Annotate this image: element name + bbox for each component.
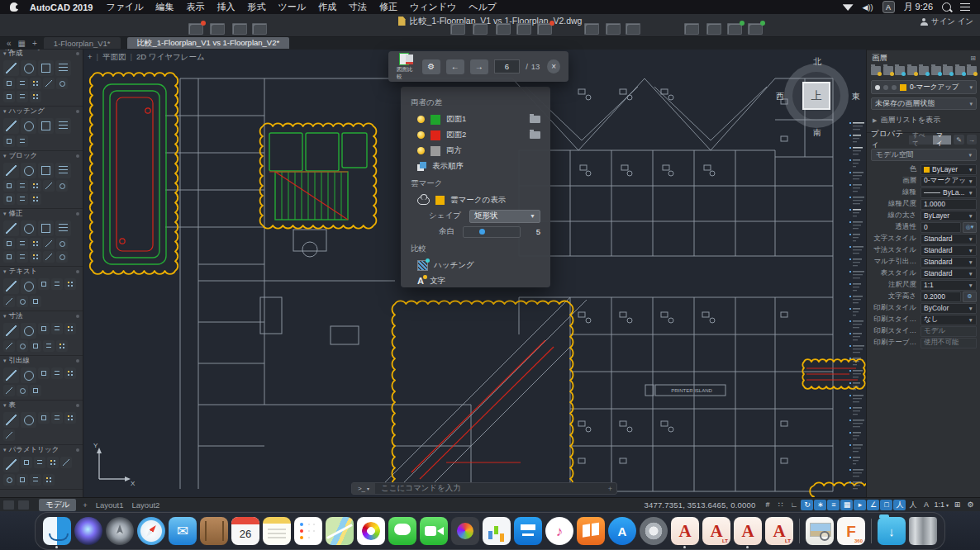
new-tab-icon[interactable]: +: [32, 39, 37, 48]
tool-icon[interactable]: [21, 60, 36, 76]
tool-icon[interactable]: [51, 367, 63, 379]
viewcube-top-face[interactable]: 上: [802, 82, 830, 110]
tool-icon[interactable]: [51, 278, 63, 290]
drawing2-row[interactable]: 図面2: [411, 127, 540, 143]
open-layers-panel-icon[interactable]: ⊞: [970, 55, 976, 62]
text-height-options-button[interactable]: ⚙: [963, 292, 977, 302]
tool-icon[interactable]: [30, 91, 41, 102]
section-header[interactable]: ▾ブロック: [0, 151, 83, 161]
tool-icon[interactable]: [17, 193, 28, 205]
tool-icon[interactable]: [17, 296, 28, 307]
tool-icon[interactable]: [64, 278, 76, 290]
tool-icon[interactable]: [55, 118, 71, 134]
tool-icon[interactable]: [38, 278, 50, 290]
tool-icon[interactable]: [21, 457, 32, 468]
layer-tool-icon-3[interactable]: [907, 66, 917, 75]
tool-icon[interactable]: [3, 78, 15, 89]
input-method-icon[interactable]: A: [882, 1, 895, 13]
tool-icon[interactable]: [17, 474, 28, 486]
tool-icon[interactable]: [64, 367, 76, 379]
tool-icon[interactable]: [21, 163, 36, 178]
ortho-mode-icon[interactable]: ∟: [787, 500, 800, 510]
tool-icon[interactable]: [3, 163, 19, 178]
folder-icon[interactable]: [530, 131, 540, 139]
dock-calendar[interactable]: 26: [231, 517, 259, 545]
tool-icon[interactable]: [56, 340, 68, 352]
doc-tab-floorplan-v1[interactable]: 1-Floorplan_V1*: [44, 37, 121, 49]
section-header[interactable]: ▾テキスト: [0, 267, 83, 277]
wifi-icon[interactable]: [843, 3, 854, 11]
dock-preview[interactable]: [806, 517, 834, 545]
visibility-bulb-icon[interactable]: [417, 147, 425, 154]
menu-item-9[interactable]: ウィンドウ: [410, 1, 456, 13]
layout-list-icon[interactable]: [18, 500, 29, 510]
property-value-field[interactable]: 0: [921, 222, 961, 233]
section-header[interactable]: ▾表: [0, 401, 83, 410]
sign-in-button[interactable]: サイン イン: [921, 17, 973, 27]
dock-autocad-lt[interactable]: ALT: [702, 517, 730, 545]
dock-facetime[interactable]: [420, 517, 448, 545]
property-value-field[interactable]: Standard▼: [921, 268, 977, 279]
layer-tool-icon-8[interactable]: [967, 66, 977, 75]
tool-icon[interactable]: [30, 193, 41, 205]
property-value-field[interactable]: 0.2000: [921, 292, 961, 302]
dock-autocad[interactable]: A: [671, 517, 699, 545]
slider-handle[interactable]: [479, 229, 485, 235]
tool-icon[interactable]: [17, 91, 28, 102]
tool-icon[interactable]: [55, 220, 71, 236]
tool-icon[interactable]: [38, 60, 54, 76]
folder-doc-icon[interactable]: [496, 23, 511, 35]
apple-menu-icon[interactable]: [10, 2, 18, 12]
tool-icon[interactable]: [30, 238, 41, 249]
settings-gear-icon[interactable]: ⚙: [964, 500, 977, 510]
close-compare-button[interactable]: ×: [547, 59, 560, 73]
tool-icon[interactable]: [30, 474, 41, 486]
tool-icon[interactable]: [38, 323, 50, 334]
dock-keynote[interactable]: [514, 517, 542, 545]
layer-on-icon[interactable]: [875, 85, 880, 90]
tool-icon[interactable]: [3, 220, 19, 236]
layer-tool-icon-2[interactable]: [895, 66, 905, 75]
tool-icon[interactable]: [3, 278, 19, 294]
snap-mode-icon[interactable]: ∷: [774, 500, 787, 510]
property-value-field[interactable]: ByColor▼: [921, 303, 977, 314]
dock-messages[interactable]: [388, 517, 416, 545]
layer-tool-icon-5[interactable]: [931, 66, 941, 75]
tool-icon[interactable]: [3, 118, 19, 134]
tool-icon[interactable]: [56, 238, 68, 249]
tool-icon[interactable]: [3, 340, 15, 352]
tool-icon[interactable]: [38, 412, 50, 424]
dock-autocad-lt-2[interactable]: ALT: [765, 517, 793, 545]
snap-tracking-icon[interactable]: ≡: [827, 500, 840, 510]
tool-icon[interactable]: [17, 238, 28, 249]
dock-mail[interactable]: ✉: [169, 517, 197, 545]
menu-item-3[interactable]: 挿入: [216, 1, 235, 13]
autoscale-icon[interactable]: 人: [906, 500, 919, 510]
layer-lock-icon[interactable]: [892, 85, 897, 90]
edit-properties-icon[interactable]: ✎: [954, 135, 963, 145]
menu-item-6[interactable]: 作成: [318, 1, 336, 13]
view-direction[interactable]: 平面図: [102, 52, 126, 63]
property-value-field[interactable]: Standard▼: [921, 245, 977, 256]
dock-books[interactable]: [577, 517, 605, 545]
layer-tool-icon-4[interactable]: [919, 66, 929, 75]
change-counter-field[interactable]: 6: [494, 59, 520, 73]
current-layer-dropdown[interactable]: 0-マークアップ ▾: [871, 80, 977, 94]
property-value-field[interactable]: Standard▼: [921, 234, 977, 244]
open-properties-panel-icon[interactable]: →: [967, 135, 977, 145]
tool-icon[interactable]: [43, 238, 55, 249]
dock-maps[interactable]: [326, 517, 354, 545]
tool-icon[interactable]: [3, 385, 15, 396]
dock-finder[interactable]: [43, 517, 71, 545]
tool-icon[interactable]: [3, 474, 15, 486]
dock-autocad-2[interactable]: A: [734, 517, 762, 545]
tool-icon[interactable]: [38, 163, 54, 178]
dock-safari[interactable]: [137, 517, 165, 545]
layout1-tab[interactable]: Layout1: [96, 500, 124, 510]
app-menu-title[interactable]: AutoCAD 2019: [30, 2, 93, 12]
section-header[interactable]: ▾寸法: [0, 311, 83, 321]
command-input[interactable]: ここにコマンドを入力: [375, 483, 461, 494]
tool-icon[interactable]: [3, 60, 19, 76]
tool-icon[interactable]: [3, 135, 15, 147]
tool-icon[interactable]: [56, 251, 68, 263]
